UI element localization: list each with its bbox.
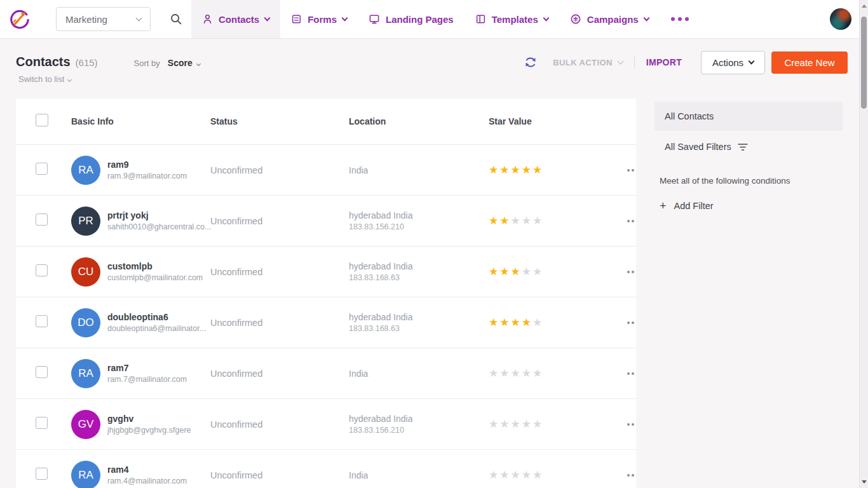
star-filled-icon[interactable]: ★: [532, 164, 543, 176]
row-menu-button[interactable]: [626, 470, 636, 480]
tab-landing-pages[interactable]: Landing Pages: [358, 0, 465, 38]
select-all-checkbox[interactable]: [36, 114, 48, 126]
contact-avatar: PR: [71, 207, 100, 236]
scrollbar-thumb[interactable]: [861, 17, 867, 109]
switch-to-list-button[interactable]: Switch to list: [18, 74, 71, 84]
chevron-down-icon: [643, 15, 649, 21]
star-rating[interactable]: ★★★★★: [489, 165, 607, 175]
contact-avatar: CU: [71, 257, 100, 287]
star-empty-icon[interactable]: ★: [522, 215, 532, 227]
star-filled-icon[interactable]: ★: [499, 164, 510, 176]
star-filled-icon[interactable]: ★: [522, 164, 532, 176]
row-checkbox[interactable]: [36, 468, 48, 480]
star-empty-icon[interactable]: ★: [511, 418, 522, 430]
more-menu-button[interactable]: [660, 0, 700, 38]
create-new-button[interactable]: Create New: [771, 51, 848, 74]
table-row[interactable]: DO doubleoptina6 doubleoptina6@mailinato…: [16, 297, 636, 348]
sort-select[interactable]: Score: [168, 58, 200, 68]
star-filled-icon[interactable]: ★: [499, 266, 510, 278]
row-checkbox[interactable]: [36, 163, 48, 175]
star-empty-icon[interactable]: ★: [532, 469, 543, 481]
star-empty-icon[interactable]: ★: [522, 266, 532, 278]
star-empty-icon[interactable]: ★: [532, 266, 543, 278]
star-empty-icon[interactable]: ★: [489, 418, 499, 430]
bulk-action-button[interactable]: BULK ACTION: [553, 58, 622, 67]
star-filled-icon[interactable]: ★: [522, 316, 532, 329]
table-row[interactable]: RA ram4 ram.4@mailinator.com Unconfirmed…: [16, 450, 636, 488]
contact-location: hyderabad India: [349, 312, 489, 322]
star-empty-icon[interactable]: ★: [489, 469, 499, 481]
contact-status: Unconfirmed: [210, 470, 349, 480]
search-button[interactable]: [170, 13, 182, 25]
star-filled-icon[interactable]: ★: [489, 215, 499, 227]
row-checkbox[interactable]: [36, 315, 48, 327]
tab-templates[interactable]: Templates: [465, 0, 559, 38]
star-filled-icon[interactable]: ★: [499, 215, 510, 227]
filter-all-contacts[interactable]: All Contacts: [654, 102, 843, 131]
star-rating[interactable]: ★★★★★: [489, 317, 607, 328]
import-button[interactable]: IMPORT: [646, 57, 682, 67]
contact-status: Unconfirmed: [210, 216, 349, 226]
star-rating[interactable]: ★★★★★: [489, 266, 607, 277]
star-rating[interactable]: ★★★★★: [489, 419, 607, 430]
tab-forms[interactable]: Forms: [280, 0, 358, 38]
tab-contacts[interactable]: Contacts: [191, 0, 280, 38]
tab-label: Landing Pages: [386, 14, 454, 25]
star-empty-icon[interactable]: ★: [499, 469, 510, 481]
filter-all-saved-filters[interactable]: All Saved Filters: [654, 142, 843, 152]
scroll-down-arrow-icon[interactable]: [862, 480, 867, 484]
more-dots-icon: [671, 17, 675, 21]
star-empty-icon[interactable]: ★: [522, 469, 532, 481]
row-checkbox[interactable]: [36, 264, 48, 276]
app-logo-icon[interactable]: [8, 8, 30, 30]
row-menu-button[interactable]: [626, 165, 636, 175]
star-filled-icon[interactable]: ★: [489, 316, 499, 329]
row-checkbox[interactable]: [36, 214, 48, 226]
star-filled-icon[interactable]: ★: [511, 164, 522, 176]
star-empty-icon[interactable]: ★: [511, 469, 522, 481]
star-empty-icon[interactable]: ★: [489, 367, 499, 379]
row-menu-button[interactable]: [626, 267, 636, 277]
table-row[interactable]: GV gvghv jhjgbgb@gvghvg.sfgere Unconfirm…: [16, 399, 636, 450]
star-filled-icon[interactable]: ★: [511, 266, 522, 278]
star-rating[interactable]: ★★★★★: [489, 470, 607, 480]
star-empty-icon[interactable]: ★: [511, 367, 522, 379]
refresh-button[interactable]: [524, 55, 538, 69]
contact-ip: 183.83.168.63: [349, 324, 489, 333]
scroll-up-arrow-icon[interactable]: [862, 4, 867, 8]
star-empty-icon[interactable]: ★: [499, 367, 510, 379]
add-filter-button[interactable]: + Add Filter: [654, 200, 843, 212]
tab-campaigns[interactable]: Campaigns: [559, 0, 660, 38]
star-rating[interactable]: ★★★★★: [489, 215, 607, 226]
table-row[interactable]: CU customlpb customlpb@mailinator.com Un…: [16, 247, 636, 297]
star-filled-icon[interactable]: ★: [511, 316, 522, 329]
star-empty-icon[interactable]: ★: [499, 418, 510, 430]
chevron-down-icon: [264, 15, 271, 21]
actions-button[interactable]: Actions: [701, 51, 765, 74]
row-checkbox[interactable]: [36, 417, 48, 429]
table-row[interactable]: RA ram9 ram.9@mailinator.com Unconfirmed…: [16, 145, 636, 196]
star-empty-icon[interactable]: ★: [532, 316, 543, 329]
star-empty-icon[interactable]: ★: [532, 367, 543, 379]
star-empty-icon[interactable]: ★: [511, 215, 522, 227]
star-empty-icon[interactable]: ★: [522, 367, 532, 379]
star-empty-icon[interactable]: ★: [532, 215, 543, 227]
star-filled-icon[interactable]: ★: [499, 316, 510, 329]
star-rating[interactable]: ★★★★★: [489, 368, 607, 379]
table-row[interactable]: RA ram7 ram.7@mailinator.com Unconfirmed…: [16, 348, 636, 399]
row-checkbox[interactable]: [36, 366, 48, 378]
user-avatar[interactable]: [830, 8, 851, 30]
star-filled-icon[interactable]: ★: [489, 164, 499, 176]
workspace-selector[interactable]: Marketing: [56, 7, 151, 31]
row-menu-button[interactable]: [626, 419, 636, 430]
row-menu-button[interactable]: [626, 369, 636, 379]
star-filled-icon[interactable]: ★: [489, 266, 499, 278]
tab-label: Campaigns: [587, 14, 639, 25]
table-row[interactable]: PR prtrjt yokj sahith0010@gharcentral.co…: [16, 196, 636, 247]
row-menu-button[interactable]: [626, 318, 636, 328]
star-empty-icon[interactable]: ★: [522, 418, 532, 430]
row-menu-button[interactable]: [626, 216, 636, 226]
page-scrollbar[interactable]: [859, 0, 868, 488]
star-empty-icon[interactable]: ★: [532, 418, 543, 430]
contact-status: Unconfirmed: [210, 419, 349, 430]
